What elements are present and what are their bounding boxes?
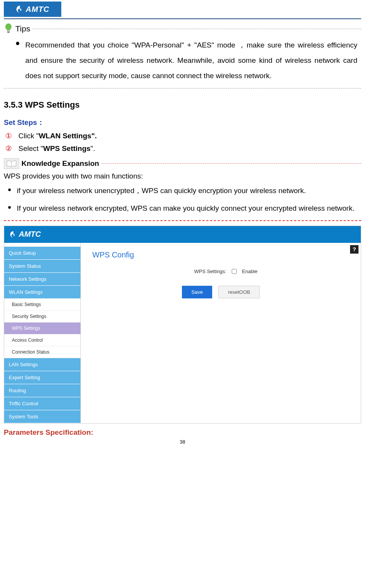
bullet-icon: ● (8, 183, 11, 198)
brand-text: AMTC (26, 5, 49, 14)
wps-enable-checkbox[interactable] (232, 269, 237, 274)
sidebar-item-quick-setup[interactable]: Quick Setup (4, 247, 80, 260)
tips-dashline (33, 29, 361, 29)
wps-intro: WPS provides you with two main functions… (4, 172, 361, 180)
sidebar-item-system-status[interactable]: System Status (4, 260, 80, 273)
sidebar-item-lan-settings[interactable]: LAN Settings (4, 358, 80, 371)
step-2-text: Select "WPS Settings". (18, 144, 95, 153)
lightbulb-icon (4, 23, 13, 34)
svg-rect-2 (7, 32, 10, 33)
sidebar-item-routing[interactable]: Routing (4, 384, 80, 397)
step-1-num: ① (5, 131, 15, 140)
page-number: 38 (4, 439, 361, 445)
book-icon (4, 158, 19, 169)
sidebar-item-traffic-control[interactable]: Triffic Control (4, 397, 80, 410)
svg-point-0 (5, 23, 11, 30)
router-admin-screenshot: AMTC Quick Setup System Status Network S… (4, 226, 361, 424)
divider-dashline (4, 88, 361, 88)
swirl-icon (10, 231, 17, 238)
wps-function-1: ● if your wireless network unencrypted，W… (8, 183, 357, 198)
parameters-specification-heading: Parameters Specification: (4, 428, 361, 437)
app-brand: AMTC (19, 230, 41, 239)
tips-body: ● Recommended that you choice "WPA-Perso… (15, 38, 357, 84)
sidebar-item-system-tools[interactable]: System Tools (4, 410, 80, 423)
panel-title: WPS Config (92, 251, 349, 259)
knowledge-expansion-label: Knowledge Expansion (21, 159, 99, 168)
step-1: ① Click "WLAN Settings". (5, 131, 361, 140)
svg-rect-1 (7, 30, 10, 32)
sidebar-sub-access-control[interactable]: Access Control (4, 334, 80, 346)
step-2-num: ② (5, 144, 15, 153)
knowledge-expansion-row: Knowledge Expansion (4, 158, 361, 169)
brand-logo: AMTC (4, 2, 61, 17)
sidebar-item-expert-setting[interactable]: Expert Setting (4, 371, 80, 384)
tips-text: Recommended that you choice "WPA-Persona… (25, 38, 357, 84)
section-heading: 3.5.3 WPS Settings (4, 100, 361, 110)
divider-dashline-red (4, 220, 361, 221)
set-steps-label: Set Steps： (4, 118, 361, 128)
sidebar: Quick Setup System Status Network Settin… (4, 243, 81, 423)
app-header: AMTC (4, 226, 361, 243)
button-row: Save resetOOB (92, 286, 349, 298)
step-1-text: Click "WLAN Settings". (18, 132, 97, 140)
step-2: ② Select "WPS Settings". (5, 144, 361, 153)
ke-dashline (101, 163, 361, 164)
wps-settings-label: WPS Settings: (184, 269, 226, 274)
header-divider (4, 18, 361, 19)
wps-settings-row: WPS Settings: Enable (92, 269, 349, 274)
tips-label: Tips (15, 24, 30, 33)
sidebar-item-network-settings[interactable]: Network Settings (4, 273, 80, 286)
sidebar-sub-security-settings[interactable]: Security Settings (4, 311, 80, 323)
tips-heading-row: Tips (4, 23, 361, 34)
save-button[interactable]: Save (182, 286, 213, 298)
wps-function-2: ● If your wireless network encrypted, WP… (8, 201, 357, 216)
bullet-icon: ● (8, 201, 11, 216)
wps-enable-label: Enable (242, 269, 257, 274)
sidebar-item-wlan-settings[interactable]: WLAN Settings (4, 286, 80, 299)
sidebar-sub-basic-settings[interactable]: Basic Settings (4, 299, 80, 311)
swirl-icon (16, 5, 24, 13)
sidebar-sub-connection-status[interactable]: Connection Status (4, 346, 80, 358)
help-icon[interactable]: ? (350, 245, 358, 254)
reset-oob-button[interactable]: resetOOB (218, 286, 260, 298)
bullet-icon: ● (15, 38, 20, 84)
main-panel: ? WPS Config WPS Settings: Enable Save r… (81, 243, 361, 423)
sidebar-sub-wps-settings[interactable]: WPS Settings (4, 323, 80, 334)
